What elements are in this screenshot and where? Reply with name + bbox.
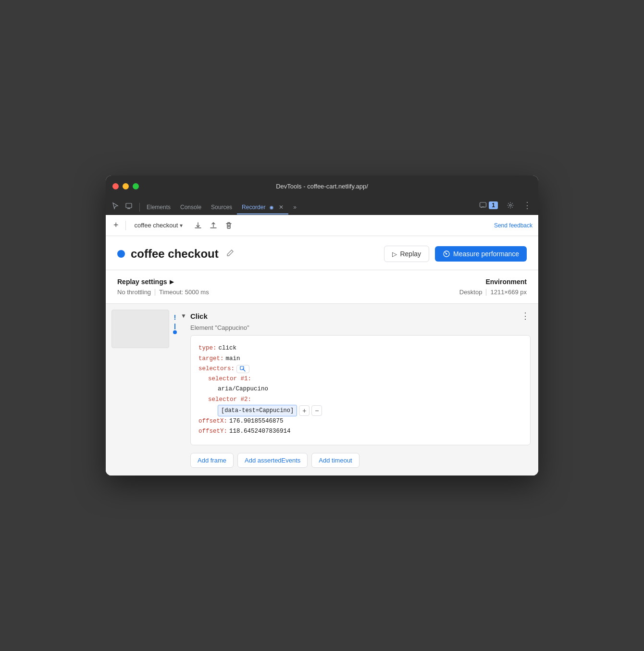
tab-more[interactable]: »	[288, 201, 301, 214]
cursor-icon[interactable]	[110, 201, 121, 212]
send-feedback-link[interactable]: Send feedback	[494, 222, 533, 229]
add-timeout-button[interactable]: Add timeout	[311, 453, 359, 468]
code-line-target: target: main	[198, 354, 522, 364]
env-divider	[486, 289, 486, 296]
settings-icon[interactable]	[504, 200, 517, 210]
step-expand-icon: ▼	[181, 313, 186, 319]
main-content: coffee checkout ▷ Replay Measure perform…	[106, 236, 538, 475]
recording-title: coffee checkout	[131, 247, 219, 261]
badge-count: 1	[489, 201, 498, 209]
code-line-offsety: offsetY: 118.6452407836914	[198, 426, 522, 437]
code-block: type: click target: main selectors:	[190, 335, 531, 445]
step-warn-icon: !	[174, 313, 176, 321]
environment-section: Environment Desktop 1211×669 px	[459, 278, 527, 296]
selector-picker-button[interactable]	[236, 365, 249, 373]
recorder-toolbar: + coffee checkout ▾ Send feedback	[106, 215, 538, 236]
replay-button[interactable]: ▷ Replay	[384, 246, 429, 262]
svg-point-7	[446, 253, 447, 255]
step-content: ▼ Click ⋮ Element "Cappucino" type: clic…	[181, 310, 533, 469]
settings-divider	[155, 289, 155, 296]
tab-sources[interactable]: Sources	[206, 201, 237, 214]
traffic-lights	[112, 183, 139, 189]
edit-title-icon[interactable]	[224, 247, 236, 261]
tab-elements[interactable]: Elements	[142, 201, 175, 214]
recorder-close-icon[interactable]: ✕	[279, 204, 284, 211]
step-thumbnail	[111, 310, 169, 348]
dropdown-arrow-icon: ▾	[180, 222, 183, 229]
recording-status-dot	[117, 250, 125, 258]
replay-settings-subtitle: No throttling Timeout: 5000 ms	[117, 288, 209, 296]
steps-section: ! ▼ Click ⋮ Element "Cappucino"	[106, 304, 538, 475]
code-line-selector2: selector #2:	[208, 395, 522, 405]
tab-recorder[interactable]: Recorder ✕	[237, 201, 288, 214]
recording-header: coffee checkout ▷ Replay Measure perform…	[106, 236, 538, 270]
step-more-button[interactable]: ⋮	[518, 310, 533, 322]
close-button[interactable]	[112, 183, 119, 189]
add-recording-button[interactable]: +	[111, 218, 121, 232]
svg-rect-1	[127, 208, 130, 209]
environment-subtitle: Desktop 1211×669 px	[459, 288, 527, 296]
delete-button[interactable]	[223, 220, 235, 231]
devtools-tabs-bar: Elements Console Sources Recorder ✕ » 1	[106, 197, 538, 215]
export-button[interactable]	[192, 220, 204, 231]
chat-badge-btn[interactable]: 1	[476, 200, 501, 210]
step-connector: !	[173, 310, 177, 334]
replay-settings-title[interactable]: Replay settings ▶	[117, 278, 209, 286]
replay-settings-left: Replay settings ▶ No throttling Timeout:…	[117, 278, 209, 296]
step-element-label: Element "Cappucino"	[181, 324, 533, 331]
devtools-icons-left	[110, 201, 135, 214]
step-connector-line	[174, 324, 175, 329]
recording-dropdown[interactable]: coffee checkout ▾	[131, 220, 188, 231]
step-item: ! ▼ Click ⋮ Element "Cappucino"	[106, 310, 538, 469]
svg-point-5	[509, 204, 511, 206]
step-type-label: Click	[190, 312, 208, 320]
code-line-selectors: selectors:	[198, 364, 522, 374]
window-title: DevTools - coffee-cart.netlify.app/	[276, 183, 368, 190]
code-line-selector1-val: aria/Cappucino	[218, 384, 522, 394]
environment-title: Environment	[459, 278, 527, 286]
tab-divider	[139, 203, 140, 212]
selector-remove-button[interactable]: −	[311, 405, 322, 416]
toolbar-divider	[125, 221, 126, 230]
device-icon[interactable]	[123, 201, 135, 212]
minimize-button[interactable]	[123, 183, 129, 189]
selector2-value: [data-test=Cappucino]	[218, 405, 297, 416]
maximize-button[interactable]	[133, 183, 139, 189]
svg-rect-0	[126, 203, 132, 208]
add-asserted-events-button[interactable]: Add assertedEvents	[237, 453, 308, 468]
code-line-offsetx: offsetX: 176.90185546875	[198, 416, 522, 426]
settings-arrow-icon: ▶	[170, 279, 173, 285]
svg-point-3	[270, 207, 272, 209]
add-frame-button[interactable]: Add frame	[190, 453, 234, 468]
code-line-type: type: click	[198, 343, 522, 353]
settings-section: Replay settings ▶ No throttling Timeout:…	[106, 270, 538, 304]
replay-icon: ▷	[392, 250, 397, 258]
more-options-icon[interactable]: ⋮	[520, 199, 534, 212]
step-header[interactable]: ▼ Click ⋮	[181, 310, 533, 322]
step-dot	[173, 330, 177, 334]
tab-console[interactable]: Console	[175, 201, 206, 214]
measure-performance-button[interactable]: Measure performance	[435, 246, 527, 262]
import-button[interactable]	[208, 220, 219, 231]
step-actions: Add frame Add assertedEvents Add timeout	[181, 449, 533, 470]
code-line-selector2-val: [data-test=Cappucino] + −	[218, 405, 522, 416]
devtools-right-controls: 1 ⋮	[476, 199, 534, 214]
code-line-selector1: selector #1:	[208, 374, 522, 384]
devtools-window: DevTools - coffee-cart.netlify.app/ Elem…	[106, 175, 538, 475]
title-bar: DevTools - coffee-cart.netlify.app/	[106, 175, 538, 197]
selector-add-button[interactable]: +	[299, 405, 310, 416]
